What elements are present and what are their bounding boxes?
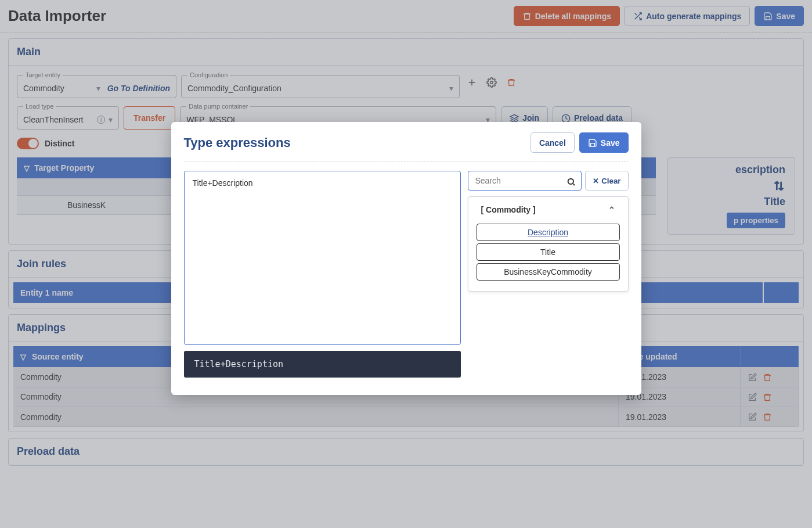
modal-save-label: Save	[601, 138, 620, 148]
search-input[interactable]	[468, 171, 582, 191]
clear-button[interactable]: ✕ Clear	[585, 171, 628, 191]
expression-textarea[interactable]: Title+Description	[184, 171, 461, 345]
close-icon: ✕	[593, 177, 599, 185]
modal-overlay: Type expressions Cancel Save Title+Descr…	[0, 0, 812, 528]
modal-title: Type expressions	[184, 135, 291, 150]
expression-preview: Title+Description	[184, 351, 461, 378]
clear-button-label: Clear	[601, 177, 620, 185]
property-item-description[interactable]: Description	[477, 224, 620, 241]
svg-line-6	[573, 184, 575, 185]
modal-save-button[interactable]: Save	[579, 132, 629, 153]
save-icon	[588, 138, 597, 148]
type-expressions-modal: Type expressions Cancel Save Title+Descr…	[171, 122, 641, 395]
property-item-title[interactable]: Title	[477, 243, 620, 261]
search-icon[interactable]	[566, 176, 576, 186]
chevron-up-icon[interactable]: ⌃	[608, 205, 615, 214]
property-group-title: [ Commodity ]	[481, 205, 536, 214]
cancel-button[interactable]: Cancel	[530, 132, 575, 153]
svg-point-5	[568, 178, 573, 184]
property-item-businesskey[interactable]: BusinessKeyCommodity	[477, 263, 620, 281]
